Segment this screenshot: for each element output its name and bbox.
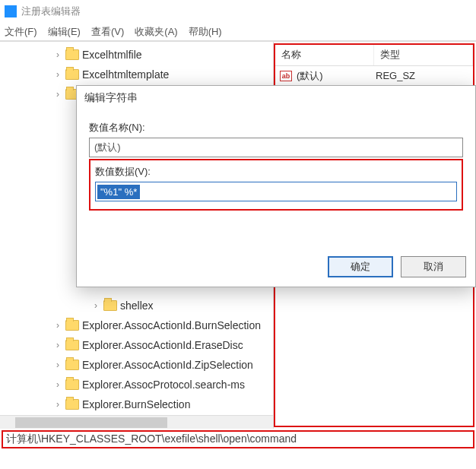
menu-favorites[interactable]: 收藏夹(A) xyxy=(135,25,177,39)
folder-icon xyxy=(65,69,79,80)
status-bar-path: 计算机\HKEY_CLASSES_ROOT\exefile\shell\open… xyxy=(2,430,474,448)
horizontal-scrollbar[interactable] xyxy=(0,415,273,429)
tree-node[interactable]: › Excelhtmltemplate xyxy=(0,65,273,84)
value-data-selection: "%1" %* xyxy=(97,185,140,199)
column-header-type[interactable]: 类型 xyxy=(374,45,473,65)
column-header-name[interactable]: 名称 xyxy=(275,45,374,65)
folder-icon xyxy=(65,360,79,370)
menu-bar: 文件(F) 编辑(E) 查看(V) 收藏夹(A) 帮助(H) xyxy=(0,23,476,41)
edit-string-dialog: 编辑字符串 数值名称(N): 数值数据(V): "%1" %* 确定 取消 xyxy=(76,85,476,287)
chevron-right-icon[interactable]: › xyxy=(53,399,62,410)
tree-node[interactable]: › Explorer.BurnSelection xyxy=(0,395,273,414)
tree-node-label: Explorer.AssocProtocol.search-ms xyxy=(82,379,245,391)
menu-edit[interactable]: 编辑(E) xyxy=(48,25,81,39)
tree-node-label: Explorer.AssocActionId.EraseDisc xyxy=(82,339,243,351)
folder-icon xyxy=(103,300,117,311)
folder-icon xyxy=(65,49,79,60)
chevron-right-icon[interactable]: › xyxy=(91,300,100,311)
cancel-button[interactable]: 取消 xyxy=(401,256,466,277)
tree-node-label: Excelhtmltemplate xyxy=(82,68,169,81)
scrollbar-thumb[interactable] xyxy=(15,417,167,428)
dialog-body: 数值名称(N): 数值数据(V): "%1" %* xyxy=(77,110,475,211)
tree-node[interactable]: › Excelhtmlfile xyxy=(0,45,273,65)
chevron-right-icon[interactable]: › xyxy=(53,340,62,350)
folder-icon xyxy=(65,379,79,390)
list-header: 名称 类型 xyxy=(275,45,473,66)
folder-icon xyxy=(65,320,79,331)
tree-node-label: Explorer.BurnSelection xyxy=(82,398,190,410)
tree-node-label: shellex xyxy=(120,299,154,312)
chevron-right-icon[interactable]: › xyxy=(53,360,62,370)
tree-node-label: Excelhtmlfile xyxy=(82,49,142,61)
chevron-right-icon[interactable]: › xyxy=(53,320,62,331)
tree-node[interactable]: › Explorer.AssocActionId.EraseDisc xyxy=(0,335,273,355)
chevron-right-icon[interactable]: › xyxy=(53,379,62,390)
ok-button[interactable]: 确定 xyxy=(328,256,393,277)
tree-node[interactable]: › Explorer.AssocProtocol.search-ms xyxy=(0,375,273,395)
menu-view[interactable]: 查看(V) xyxy=(91,25,124,39)
menu-file[interactable]: 文件(F) xyxy=(5,25,37,39)
dialog-title: 编辑字符串 xyxy=(77,86,475,110)
tree-node[interactable]: › Explorer.AssocActionId.BurnSelection xyxy=(0,315,273,335)
value-name-input[interactable] xyxy=(89,138,463,157)
folder-icon xyxy=(65,399,79,410)
value-name: (默认) xyxy=(297,69,376,83)
window-title: 注册表编辑器 xyxy=(21,5,81,18)
folder-icon xyxy=(65,340,79,350)
value-type: REG_SZ xyxy=(376,70,473,81)
value-data-highlight: 数值数据(V): "%1" %* xyxy=(89,159,463,211)
tree-node-label: Explorer.AssocActionId.ZipSelection xyxy=(82,359,253,371)
chevron-right-icon[interactable]: › xyxy=(53,49,62,60)
value-data-input[interactable]: "%1" %* xyxy=(95,182,457,201)
chevron-right-icon[interactable]: › xyxy=(53,89,62,100)
tree-node[interactable]: › Explorer.AssocActionId.ZipSelection xyxy=(0,355,273,375)
list-row[interactable]: ab (默认) REG_SZ xyxy=(275,66,473,86)
value-name-label: 数值名称(N): xyxy=(89,121,463,135)
menu-help[interactable]: 帮助(H) xyxy=(189,25,222,39)
value-data-label: 数值数据(V): xyxy=(95,165,462,179)
string-value-icon: ab xyxy=(280,71,292,81)
dialog-buttons: 确定 取消 xyxy=(328,256,466,277)
app-icon xyxy=(5,5,17,17)
tree-node-label: Explorer.AssocActionId.BurnSelection xyxy=(82,319,261,331)
chevron-right-icon[interactable]: › xyxy=(53,69,62,80)
title-bar: 注册表编辑器 xyxy=(0,0,476,23)
tree-node[interactable]: › shellex xyxy=(0,296,273,315)
